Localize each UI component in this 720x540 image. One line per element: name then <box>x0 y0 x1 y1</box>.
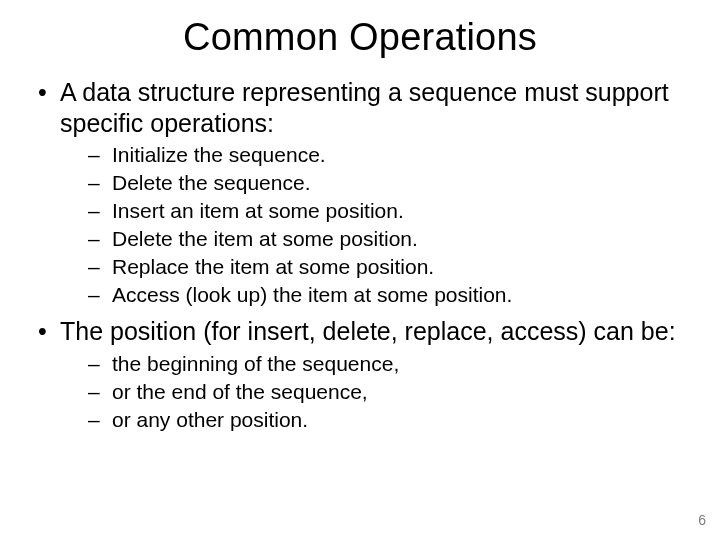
list-item: or any other position. <box>88 407 684 433</box>
list-item: Replace the item at some position. <box>88 254 684 280</box>
bullet-list: A data structure representing a sequence… <box>36 77 684 433</box>
list-item: the beginning of the sequence, <box>88 351 684 377</box>
list-item: A data structure representing a sequence… <box>36 77 684 308</box>
list-item-text: A data structure representing a sequence… <box>60 78 669 137</box>
sub-bullet-list: Initialize the sequence. Delete the sequ… <box>88 142 684 308</box>
list-item: Access (look up) the item at some positi… <box>88 282 684 308</box>
slide: Common Operations A data structure repre… <box>0 0 720 540</box>
list-item: Delete the item at some position. <box>88 226 684 252</box>
list-item: Delete the sequence. <box>88 170 684 196</box>
list-item-text: The position (for insert, delete, replac… <box>60 317 676 345</box>
page-number: 6 <box>698 512 706 528</box>
slide-content: A data structure representing a sequence… <box>0 59 720 433</box>
slide-title: Common Operations <box>0 0 720 59</box>
list-item: Insert an item at some position. <box>88 198 684 224</box>
list-item: or the end of the sequence, <box>88 379 684 405</box>
sub-bullet-list: the beginning of the sequence, or the en… <box>88 351 684 433</box>
list-item: Initialize the sequence. <box>88 142 684 168</box>
list-item: The position (for insert, delete, replac… <box>36 316 684 433</box>
